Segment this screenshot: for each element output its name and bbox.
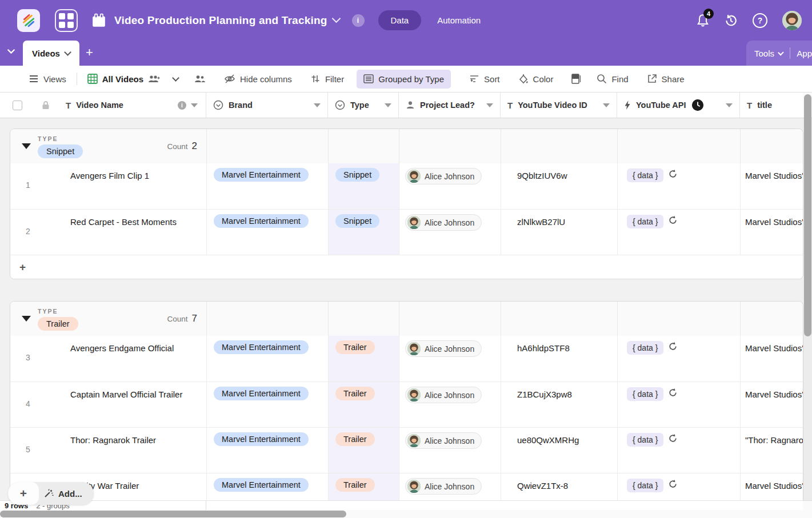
table-row[interactable]: 3 Avengers Endgame Official Marvel Enter… <box>10 336 803 382</box>
cell-type[interactable]: Trailer <box>328 336 399 382</box>
cell-video-name[interactable]: 1 Avengers Film Clip 1 <box>10 163 206 209</box>
column-menu-caret[interactable] <box>314 103 321 107</box>
column-header-brand[interactable]: Brand <box>206 93 327 118</box>
group-button[interactable]: Grouped by Type <box>357 70 451 89</box>
cell-youtube-api[interactable]: { data } <box>617 336 740 382</box>
apps-menu[interactable]: App <box>797 49 812 58</box>
add-record-button[interactable]: + Add... <box>8 482 94 505</box>
add-table-button[interactable]: + <box>86 45 93 60</box>
table-row[interactable]: 2 Red Carpet - Best Moments Marvel Enter… <box>10 209 803 255</box>
cell-project-lead[interactable]: Alice Johnson <box>399 210 501 255</box>
column-menu-caret[interactable] <box>385 103 391 107</box>
column-menu-caret[interactable] <box>726 103 733 107</box>
cell-brand[interactable]: Marvel Entertainment <box>206 336 328 382</box>
cell-youtube-video-id[interactable]: 9QbltzIUV6w <box>501 163 617 209</box>
share-button[interactable]: Share <box>647 74 685 84</box>
cell-project-lead[interactable]: Alice Johnson <box>399 473 501 500</box>
app-logo[interactable] <box>17 9 40 32</box>
cell-video-name[interactable]: 4 Captain Marvel Official Trailer <box>10 382 206 427</box>
cell-project-lead[interactable]: Alice Johnson <box>399 163 501 209</box>
select-all-checkbox[interactable] <box>13 101 22 110</box>
vertical-scrollbar[interactable] <box>803 93 812 510</box>
cell-title[interactable]: Marvel Studios' <box>740 163 803 209</box>
cell-video-name[interactable]: 5 Thor: Ragnarok Trailer <box>10 428 206 473</box>
view-switcher-chevron[interactable] <box>173 78 178 81</box>
current-view-button[interactable]: All Videos <box>87 74 161 84</box>
table-row[interactable]: 4 Captain Marvel Official Trailer Marvel… <box>10 382 803 427</box>
cell-youtube-api[interactable]: { data } <box>617 473 740 500</box>
cell-type[interactable]: Trailer <box>328 382 399 427</box>
cell-project-lead[interactable]: Alice Johnson <box>399 336 501 382</box>
cell-youtube-video-id[interactable]: Z1BCujX3pw8 <box>501 382 617 427</box>
cell-type[interactable]: Snippet <box>328 163 399 209</box>
collapse-group-icon[interactable] <box>22 316 31 322</box>
horizontal-scrollbar-thumb[interactable] <box>0 511 346 517</box>
refresh-icon[interactable] <box>668 342 678 351</box>
cell-brand[interactable]: Marvel Entertainment <box>206 210 328 255</box>
filter-button[interactable]: Filter <box>310 74 344 84</box>
table-row[interactable]: 1 Avengers Film Clip 1 Marvel Entertainm… <box>10 163 803 209</box>
cell-youtube-api[interactable]: { data } <box>617 210 740 255</box>
column-header-title[interactable]: T title <box>739 93 812 118</box>
notifications-button[interactable]: 4 <box>697 14 709 27</box>
cell-project-lead[interactable]: Alice Johnson <box>399 428 501 473</box>
tools-menu[interactable]: Tools <box>754 49 774 58</box>
vertical-scrollbar-thumb[interactable] <box>804 94 811 336</box>
find-button[interactable]: Find <box>597 74 628 84</box>
cell-youtube-api[interactable]: { data } <box>617 382 740 427</box>
cell-title[interactable]: Marvel Studios' C <box>740 382 803 427</box>
cell-type[interactable]: Trailer <box>328 473 399 500</box>
cell-title[interactable]: "Thor: Ragnarok" <box>740 428 803 473</box>
refresh-icon[interactable] <box>668 388 678 397</box>
sort-button[interactable]: Sort <box>469 74 500 84</box>
collapse-tabs-chevron-icon[interactable] <box>7 49 15 54</box>
cell-video-name[interactable]: 2 Red Carpet - Best Moments <box>10 210 206 255</box>
column-header-project-lead[interactable]: Project Lead? <box>398 93 500 118</box>
cell-video-name[interactable]: 3 Avengers Endgame Official <box>10 336 206 382</box>
column-menu-caret[interactable] <box>603 103 610 107</box>
field-info-icon[interactable]: i <box>178 101 186 110</box>
view-permissions-button[interactable] <box>194 75 206 83</box>
plus-icon[interactable]: + <box>8 482 39 505</box>
row-height-button[interactable] <box>571 74 581 84</box>
cell-brand[interactable]: Marvel Entertainment <box>206 382 328 427</box>
column-header-youtube-video-id[interactable]: T YouTube Video ID <box>500 93 617 118</box>
cell-youtube-api[interactable]: { data } <box>617 428 740 473</box>
table-row[interactable]: Infinity War Trailer Marvel Entertainmen… <box>10 473 803 500</box>
help-button[interactable]: ? <box>753 13 767 28</box>
refresh-icon[interactable] <box>668 169 678 179</box>
collapse-group-icon[interactable] <box>22 143 31 149</box>
cell-project-lead[interactable]: Alice Johnson <box>399 382 501 427</box>
cell-title[interactable]: Marvel Studios' A <box>740 473 803 500</box>
history-icon[interactable] <box>724 14 738 27</box>
column-menu-caret[interactable] <box>486 103 493 107</box>
data-tab-button[interactable]: Data <box>378 10 422 30</box>
cell-type[interactable]: Trailer <box>328 428 399 473</box>
cell-title[interactable]: Marvel Studios' A <box>740 336 803 382</box>
color-button[interactable]: Color <box>518 74 554 84</box>
automation-tab-button[interactable]: Automation <box>437 15 481 25</box>
horizontal-scrollbar[interactable] <box>0 510 812 518</box>
cell-youtube-video-id[interactable]: ue80QwXMRHg <box>501 428 617 473</box>
refresh-icon[interactable] <box>668 215 678 225</box>
cell-youtube-api[interactable]: { data } <box>617 163 740 209</box>
cell-youtube-video-id[interactable]: hA6hldpSTF8 <box>501 336 617 382</box>
cell-brand[interactable]: Marvel Entertainment <box>206 428 328 473</box>
table-row[interactable]: 5 Thor: Ragnarok Trailer Marvel Entertai… <box>10 427 803 473</box>
column-header-youtube-api[interactable]: YouTube API <box>617 93 739 118</box>
info-icon[interactable]: i <box>352 14 365 27</box>
cell-brand[interactable]: Marvel Entertainment <box>206 163 328 209</box>
column-menu-caret[interactable] <box>191 103 198 107</box>
tab-videos[interactable]: Videos <box>23 41 79 66</box>
column-header-video-name[interactable]: T Video Name i <box>0 93 206 118</box>
user-avatar[interactable] <box>782 11 802 30</box>
column-header-type[interactable]: Type <box>327 93 398 118</box>
app-switcher-button[interactable] <box>55 9 78 32</box>
cell-brand[interactable]: Marvel Entertainment <box>206 473 328 500</box>
views-button[interactable]: Views <box>29 74 66 84</box>
refresh-icon[interactable] <box>668 433 678 443</box>
cell-type[interactable]: Snippet <box>328 210 399 255</box>
refresh-icon[interactable] <box>668 479 678 489</box>
cell-title[interactable]: Marvel Studios' <box>740 210 803 255</box>
title-chevron-down-icon[interactable] <box>331 14 341 23</box>
